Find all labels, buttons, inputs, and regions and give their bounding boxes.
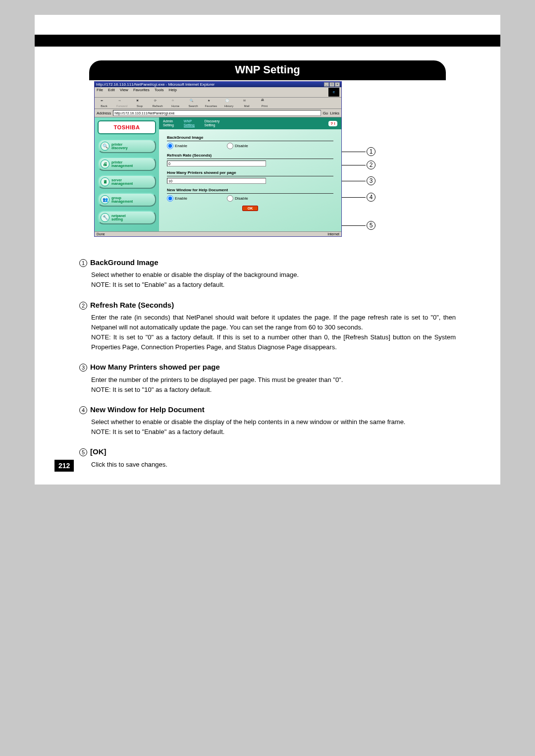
address-label: Address [97, 111, 111, 115]
tab-wnp-setting[interactable]: WNP Setting [184, 119, 195, 127]
background-image-radios: Enable Disable [167, 143, 333, 149]
page-number: 212 [54, 460, 74, 472]
home-button[interactable]: ⌂Home [168, 99, 183, 108]
history-button[interactable]: 🕘History [221, 99, 236, 108]
toolbar: ⬅Back ➡Forward ✖Stop ⟳Refresh ⌂Home 🔍Sea… [95, 98, 341, 109]
tab-discovery-setting[interactable]: Discovery Setting [205, 119, 220, 127]
callout-4: 4 [342, 193, 375, 202]
menu-file[interactable]: File [97, 88, 103, 97]
browser-titlebar: http://172.16.110.111/NetPanel/cgi.exe -… [95, 82, 341, 87]
browser-window: http://172.16.110.111/NetPanel/cgi.exe -… [94, 81, 342, 237]
header-bar [35, 35, 500, 47]
desc-head-3: 3How Many Printers showed per page [79, 361, 456, 373]
sidebar-item-label: printer management [111, 161, 133, 167]
radio-bg-disable[interactable]: Disable [227, 143, 248, 149]
new-window-radios: Enable Disable [167, 195, 333, 202]
radio-newwin-disable[interactable]: Disable [227, 195, 248, 202]
sidebar-item-netpanel-setting[interactable]: 🔧 netpanel setting [98, 211, 156, 224]
label-new-window-help: New Window for Help Document [167, 188, 333, 192]
search-button[interactable]: 🔍Search [186, 99, 201, 108]
back-button[interactable]: ⬅Back [97, 99, 111, 108]
main-panel: Admin Setting WNP Setting Discovery Sett… [159, 117, 341, 231]
status-bar: Done Internet [95, 231, 341, 236]
sidebar-item-label: printer discovery [111, 143, 128, 150]
window-controls: _ □ × [324, 82, 340, 87]
label-printers-per-page: How Many Printers showed per page [167, 170, 333, 175]
refresh-button[interactable]: ⟳Refresh [150, 99, 165, 108]
form-area: BackGround Image Enable Disable Refresh … [159, 129, 341, 215]
desc-head-2: 2Refresh Rate (Seconds) [79, 299, 456, 311]
maximize-icon[interactable]: □ [329, 82, 334, 87]
label-background-image: BackGround Image [167, 135, 333, 140]
favorites-button[interactable]: ★Favorites [204, 99, 218, 108]
radio-bg-enable[interactable]: Enable [167, 143, 187, 149]
forward-button[interactable]: ➡Forward [114, 99, 129, 108]
minimize-icon[interactable]: _ [324, 82, 329, 87]
sidebar: TOSHIBA 🔍 printer discovery 🖨 printer ma… [95, 117, 159, 231]
callout-5: 5 [342, 221, 375, 230]
desc-head-5: 5[OK] [79, 446, 456, 457]
mail-button[interactable]: ✉Mail [239, 99, 254, 108]
sidebar-item-printer-discovery[interactable]: 🔍 printer discovery [98, 139, 156, 153]
sidebar-item-label: netpanel setting [111, 214, 126, 221]
printers-per-page-input[interactable] [167, 178, 266, 184]
label-refresh-rate: Refresh Rate (Seconds) [167, 153, 333, 158]
divider [167, 176, 333, 176]
status-right: Internet [327, 232, 339, 236]
menu-favorites[interactable]: Favorites [133, 88, 150, 97]
divider [167, 141, 333, 141]
links-label[interactable]: Links [330, 111, 339, 115]
binoculars-icon: 🔍 [101, 142, 109, 151]
callout-2: 2 [342, 161, 375, 169]
page: WNP Setting http://172.16.110.111/NetPan… [35, 15, 500, 485]
tab-bar: Admin Setting WNP Setting Discovery Sett… [159, 117, 341, 129]
divider [167, 193, 333, 194]
tab-admin-setting[interactable]: Admin Setting [163, 119, 174, 127]
brand-box: TOSHIBA [98, 120, 156, 134]
menu-edit[interactable]: Edit [108, 88, 115, 97]
refresh-rate-input[interactable] [167, 161, 266, 166]
address-input[interactable]: http://172.16.110.111/NetPanel/cgi.exe [113, 110, 321, 116]
group-icon: 👥 [101, 195, 109, 204]
desc-head-1: 1BackGround Image [79, 257, 456, 268]
ok-button[interactable]: OK [242, 206, 259, 211]
content-area: TOSHIBA 🔍 printer discovery 🖨 printer ma… [95, 117, 341, 231]
desc-body-5: Click this to save changes. [79, 460, 456, 470]
close-icon[interactable]: × [335, 82, 340, 87]
radio-newwin-enable[interactable]: Enable [167, 195, 187, 202]
help-icon[interactable]: ? ! [328, 121, 337, 126]
browser-title: http://172.16.110.111/NetPanel/cgi.exe -… [96, 82, 214, 87]
sidebar-item-label: server management [111, 178, 133, 185]
address-bar: Address http://172.16.110.111/NetPanel/c… [95, 109, 341, 117]
page-title: WNP Setting [89, 60, 446, 80]
menubar: File Edit View Favorites Tools Help e [95, 87, 341, 98]
desc-body-3: Enter the number of the printers to be d… [79, 375, 456, 395]
sidebar-item-server-management[interactable]: 🖥 server management [98, 175, 156, 189]
descriptions: 1BackGround Image Select whether to enab… [79, 257, 456, 470]
sidebar-item-group-management[interactable]: 👥 group management [98, 193, 156, 207]
desc-head-4: 4New Window for Help Document [79, 404, 456, 415]
menu-view[interactable]: View [120, 88, 128, 97]
desc-body-1: Select whether to enable or disable the … [79, 270, 456, 290]
menu-tools[interactable]: Tools [155, 88, 164, 97]
wrench-icon: 🔧 [101, 213, 109, 222]
ie-logo-icon: e [328, 88, 339, 97]
desc-body-2: Enter the rate (in seconds) that NetPane… [79, 313, 456, 353]
callout-1: 1 [342, 147, 375, 156]
menu-help[interactable]: Help [168, 88, 176, 97]
screenshot-container: http://172.16.110.111/NetPanel/cgi.exe -… [89, 81, 446, 237]
desc-body-4: Select whether to enable or disable the … [79, 417, 456, 437]
printer-icon: 🖨 [101, 160, 109, 168]
toshiba-logo: TOSHIBA [114, 124, 140, 130]
stop-button[interactable]: ✖Stop [132, 99, 147, 108]
divider [167, 159, 333, 159]
sidebar-item-label: group management [111, 196, 133, 203]
print-button[interactable]: 🖶Print [257, 99, 272, 108]
go-button[interactable]: Go [323, 111, 328, 115]
callout-3: 3 [342, 176, 375, 185]
server-icon: 🖥 [101, 177, 109, 186]
status-left: Done [97, 232, 105, 236]
sidebar-item-printer-management[interactable]: 🖨 printer management [98, 157, 156, 171]
